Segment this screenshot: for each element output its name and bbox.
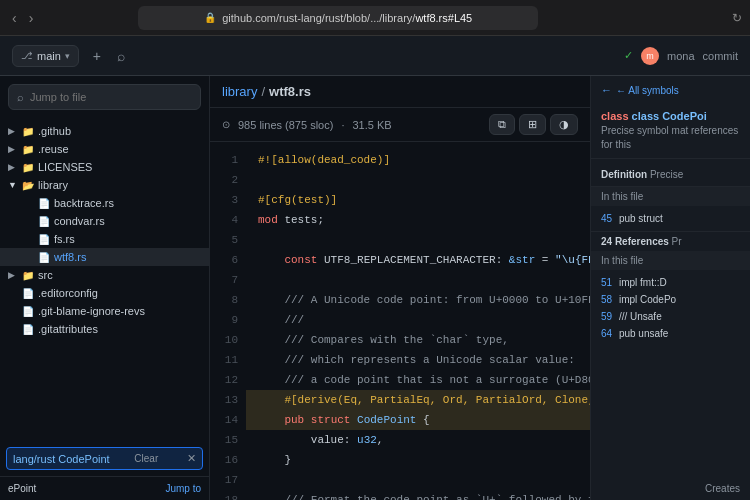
panel-definition-section: Definition Precise — [591, 159, 750, 187]
file-icon: 📄 — [22, 306, 34, 317]
sidebar-item-editorconfig[interactable]: ▶ 📄 .editorconfig — [0, 284, 209, 302]
def-ref-item[interactable]: 45 pub struct — [591, 210, 750, 227]
file-icon: 📄 — [38, 252, 50, 263]
folder-icon: 📁 — [22, 270, 34, 281]
jump-to-file-input[interactable] — [30, 91, 192, 103]
file-icon: 📄 — [38, 198, 50, 209]
ref-item-59[interactable]: 59 /// Unsafe — [591, 308, 750, 325]
folder-icon: 📁 — [22, 144, 34, 155]
back-button[interactable]: ‹ — [8, 8, 21, 28]
breadcrumb-separator: / — [261, 84, 265, 99]
panel-symbol-section: class class CodePoi Precise symbol mat r… — [591, 104, 750, 159]
file-meta: ⊙ 985 lines (875 sloc) · 31.5 KB ⧉ ⊞ ◑ — [210, 108, 590, 142]
code-content[interactable]: 1 2 3 4 5 6 7 8 9 10 11 12 13 14 15 16 1… — [210, 142, 590, 500]
sidebar-item-src[interactable]: ▶ 📁 src — [0, 266, 209, 284]
definition-label-text: Definition — [601, 169, 647, 180]
file-icon: 📄 — [38, 234, 50, 245]
ref-code: pub unsafe — [619, 328, 669, 339]
file-icon: 📄 — [38, 216, 50, 227]
code-line: mod tests; — [246, 210, 590, 230]
in-this-file-label: In this file — [601, 191, 643, 202]
code-line: const UTF8_REPLACEMENT_CHARACTER: &str =… — [246, 250, 590, 270]
item-label: condvar.rs — [54, 215, 105, 227]
ref-count-section: 24 References Pr — [591, 231, 750, 251]
back-to-symbols-button[interactable]: ← ← All symbols — [591, 76, 750, 104]
sidebar-item-gitattributes[interactable]: ▶ 📄 .gitattributes — [0, 320, 209, 338]
item-label: fs.rs — [54, 233, 75, 245]
sidebar-item-library[interactable]: ▼ 📂 library — [0, 176, 209, 194]
avatar: m — [641, 47, 659, 65]
address-bar[interactable]: 🔒 github.com/rust-lang/rust/blob/.../lib… — [138, 6, 538, 30]
reload-button[interactable]: ↻ — [732, 11, 742, 25]
clear-search-button[interactable]: Clear — [130, 452, 162, 465]
file-icon: 📄 — [22, 288, 34, 299]
history-icon: ⊙ — [222, 119, 230, 130]
jump-to-button[interactable]: Jump to — [165, 483, 201, 494]
ref-count-type: Pr — [672, 236, 682, 247]
check-icon: ✓ — [624, 49, 633, 62]
code-line — [246, 230, 590, 250]
ref-item-58[interactable]: 58 impl CodePo — [591, 291, 750, 308]
ref-line-num: 58 — [601, 294, 612, 305]
panel-symbol-desc: Precise symbol mat references for this — [601, 124, 740, 152]
sidebar-item-backtrace[interactable]: ▶ 📄 backtrace.rs — [0, 194, 209, 212]
item-label: library — [38, 179, 68, 191]
creates-label-section: Creates — [591, 477, 750, 500]
file-header: library / wtf8.rs — [210, 76, 590, 108]
search-box[interactable]: ⌕ — [8, 84, 201, 110]
ref-code: pub struct — [619, 213, 663, 224]
code-line — [246, 470, 590, 490]
header-right: ✓ m mona commit — [624, 47, 738, 65]
back-arrow-icon: ← — [601, 84, 612, 96]
code-line — [246, 170, 590, 190]
search-icon: ⌕ — [17, 91, 24, 103]
in-this-file-header-2: In this file — [591, 251, 750, 270]
sidebar-item-wtf8[interactable]: ▶ 📄 wtf8.rs — [0, 248, 209, 266]
sidebar-item-github[interactable]: ▶ 📁 .github — [0, 122, 209, 140]
file-actions: ⧉ ⊞ ◑ — [489, 114, 578, 135]
sidebar-item-fs[interactable]: ▶ 📄 fs.rs — [0, 230, 209, 248]
breadcrumb-dir[interactable]: library — [222, 84, 257, 99]
definition-ref-list: 45 pub struct — [591, 206, 750, 231]
mode-button[interactable]: ⊞ — [519, 114, 546, 135]
code-line — [246, 270, 590, 290]
search-result-text: ePoint — [8, 483, 36, 494]
ref-item-64[interactable]: 64 pub unsafe — [591, 325, 750, 342]
close-search-icon[interactable]: ✕ — [187, 452, 196, 465]
ref-line-num: 51 — [601, 277, 612, 288]
back-label: ← All symbols — [616, 85, 679, 96]
theme-button[interactable]: ◑ — [550, 114, 578, 135]
ref-item-51[interactable]: 51 impl fmt::D — [591, 274, 750, 291]
breadcrumb: library / wtf8.rs — [222, 84, 311, 99]
symbol-name: class CodePoi — [632, 110, 707, 122]
copy-button[interactable]: ⧉ — [489, 114, 515, 135]
sidebar-search-nav: ePoint Jump to — [0, 476, 209, 500]
browser-nav-buttons: ‹ › — [8, 8, 37, 28]
panel-symbol-title: class class CodePoi — [601, 110, 740, 122]
address-text: github.com/rust-lang/rust/blob/.../libra… — [222, 12, 472, 24]
sidebar-item-reuse[interactable]: ▶ 📁 .reuse — [0, 140, 209, 158]
code-line: /// a code point that is not a surrogate… — [246, 370, 590, 390]
breadcrumb-file: wtf8.rs — [269, 84, 311, 99]
browser-chrome: ‹ › 🔒 github.com/rust-lang/rust/blob/...… — [0, 0, 750, 36]
code-line: /// — [246, 310, 590, 330]
item-label: .editorconfig — [38, 287, 98, 299]
forward-button[interactable]: › — [25, 8, 38, 28]
item-label: .github — [38, 125, 71, 137]
sidebar-item-condvar[interactable]: ▶ 📄 condvar.rs — [0, 212, 209, 230]
code-line: /// Compares with the `char` type, — [246, 330, 590, 350]
sidebar-item-licenses[interactable]: ▶ 📁 LICENSES — [0, 158, 209, 176]
search-highlight: lang/rust CodePoint Clear ✕ — [6, 447, 203, 470]
search-button[interactable]: ⌕ — [115, 46, 127, 66]
in-this-file-header: In this file — [591, 187, 750, 206]
add-file-button[interactable]: + — [91, 46, 103, 66]
in-this-file-label-2: In this file — [601, 255, 643, 266]
file-tree: ▶ 📁 .github ▶ 📁 .reuse ▶ 📁 LICENSES ▼ 📂 … — [0, 118, 209, 441]
folder-open-icon: 📂 — [22, 180, 34, 191]
sidebar-item-git-blame[interactable]: ▶ 📄 .git-blame-ignore-revs — [0, 302, 209, 320]
item-label: .gitattributes — [38, 323, 98, 335]
item-label: src — [38, 269, 53, 281]
branch-selector[interactable]: ⎇ main ▾ — [12, 45, 79, 67]
ref-code: impl fmt::D — [619, 277, 667, 288]
expand-arrow-icon: ▼ — [8, 180, 18, 190]
